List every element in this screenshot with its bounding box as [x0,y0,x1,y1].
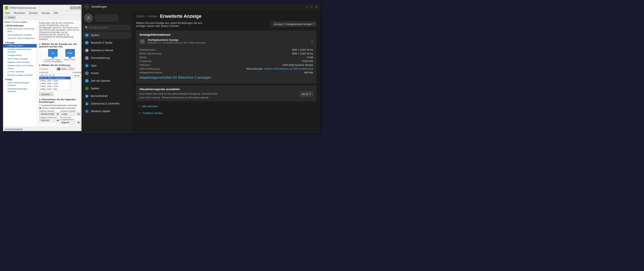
sidebar-item-bluetooth[interactable]: BT Bluetooth & Geräte [82,39,131,46]
info-chevron[interactable]: ∧ [311,40,313,43]
rate-card-title: Aktualisierungsrate auswählen [140,88,313,91]
personalization-icon: ✏ [85,56,89,60]
sidebar-item-apps[interactable]: ⊞ Apps [82,62,131,69]
nvidia-menubar: Datei Bearbeiten Desktop Anzeige Hilfe [3,11,82,15]
sidebar-item-privacy[interactable]: 🔒 Datenschutz & Sicherheit [82,100,131,107]
nav-label-accounts: Konten [91,72,99,75]
display-select-label: Wählen Sie eine Anzeige aus, deren Einst… [136,22,204,28]
res-item-1080-1600-900[interactable]: 1080p, 1600 × 900 [39,88,70,90]
sidebar-item-bildeinstellungen[interactable]: Bildeinstellungen mit Vorschau anpa... [3,27,37,33]
accessibility-icon: ♿ [85,94,89,98]
dynamischer-item: Dynamischer Ausgabebereich: Begrenzt [60,116,81,124]
sidebar-item-gaming[interactable]: 🎮 Spielen [82,85,131,92]
hdr-info-link[interactable]: Weitere Informationen zur HDR-Zertifizie… [264,68,313,70]
sidebar-item-videobild[interactable]: Videobildeinstellungen anpassen [3,87,37,93]
feedback-link[interactable]: ↗ Feedback senden [136,110,316,116]
display-info-row: Drahtgebundene Anzeige Bildschirm 2: mit… [140,39,313,45]
settings-sidebar: 🔍 ⊞ System BT Bluetooth & Geräte 📶 Netzw… [82,10,132,134]
monitor-lg[interactable]: LG Electronics Digita...(G-SYNC-Kompatib… [44,49,62,63]
res-item-1080-1440[interactable]: 1080p, 1440 × 900 [39,90,70,91]
sidebar-item-desktop-farbe[interactable]: Desktop-Farbeinstellungen anpassen [3,48,37,54]
content-header-text: Änderungen, die Sie hier vornehmen, werd… [39,22,79,40]
anschluss-value: HDMI HDMI – HDTV [56,67,75,71]
sidebar-item-mehrere[interactable]: Mehrere Anzeigen einrichten [3,73,37,77]
sidebar-item-drehen[interactable]: Anzeige drehen [3,54,37,57]
detail-value-helligkeit: 800 Nits [304,71,313,74]
nav-label-apps: Apps [91,64,96,67]
feedback-label: Feedback senden [142,112,162,115]
res-item-1080-1680[interactable]: 1080p, 1680 × 1050 [39,82,70,85]
desktop-farbtiefe-select[interactable]: Höchste (32 Bit) [39,112,60,116]
hdmi-icon: HDMI [57,68,60,70]
menu-desktop[interactable]: Desktop [28,12,38,14]
sidebar-item-aufloesung[interactable]: Auflösung ändern [3,44,37,47]
sidebar-item-video-farbe[interactable]: Video-Farbeinstellungen anpassen [3,81,37,87]
ausgabe-farbtiefe-select[interactable]: 12 bpc [60,112,81,116]
menu-anzeige[interactable]: Anzeige [40,12,51,14]
sidebar-item-accessibility[interactable]: ♿ Barrierefreiheit [82,92,131,100]
display-dropdown[interactable]: Anzeige 2: Drahtgebundene Anzeige ▾ [272,22,316,27]
settings-close-button[interactable]: ✕ [314,5,318,9]
nav-label-update: Windows Update [91,110,110,113]
color-standard-row: Standard-Farbeinstellungen verwenden [39,104,80,106]
menu-datei[interactable]: Datei [4,12,11,14]
breadcrumb-system[interactable]: System [136,15,144,18]
detail-value-farbraum: HDR (High Dynamic Range) [283,64,313,66]
res-item-4k[interactable]: 4K x 2k, 3840 × 2160 (nativ) [39,77,70,79]
systeminformationen-link[interactable]: Systeminformationen [5,128,23,130]
close-button[interactable]: ✕ [78,6,81,9]
sidebar-item-personalization[interactable]: ✏ Personalisierung [82,54,131,62]
sidebar-item-time[interactable]: ⏱ Zeit und Sprache [82,77,131,84]
back-button[interactable]: ← Zurück [4,16,16,19]
ausgabe-farbformat-select[interactable]: YCbCr422 [39,119,60,122]
sidebar-item-surround[interactable]: Surround, PhysX konfigurieren [3,37,37,40]
sidebar-item-accounts[interactable]: 👤 Konten [82,70,131,77]
rate-info-link[interactable]: Weitere Informationen zur Aktualisierung… [162,96,208,99]
sidebar-item-system[interactable]: ⊞ System [82,32,131,39]
sidebar-item-3d-einstellungen[interactable]: 3D-Einstellungen verwalten [3,33,37,37]
minimize-button[interactable]: ─ [70,6,73,9]
nav-label-personalization: Personalisierung [91,57,110,60]
user-avatar[interactable] [84,14,93,23]
settings-minimize-button[interactable]: ─ [305,5,309,9]
menu-hilfe[interactable]: Hilfe [53,12,59,14]
adapter-link[interactable]: Adaptereigenschaften für Bildschirm 2 an… [140,76,211,79]
user-section [82,12,132,25]
res-item-1080-1600-1024[interactable]: 1080p, 1600 × 1024 [39,85,70,88]
display-dropdown-text: Anzeige 2: Drahtgebundene Anzeige [274,23,312,25]
settings-back-button[interactable]: ← [84,4,90,10]
monitor-benq[interactable]: BenQ XL2420T [64,49,76,63]
sidebar-item-hdcp[interactable]: HDCP-Status anzeigen [3,57,37,61]
info-card: Anzeigeinformationen Drahtgebundene Anze… [136,31,316,83]
nav-label-time: Zeit und Sprache [91,79,110,82]
breadcrumb-anzeige[interactable]: Anzeige [148,15,157,18]
dynamischer-select[interactable]: Begrenzt [60,121,81,124]
settings-maximize-button[interactable]: □ [309,5,314,9]
customize-button[interactable]: Anpassen... [39,92,54,96]
menu-bearbeiten[interactable]: Bearbeiten [13,12,26,14]
sidebar-item-desktop-groesse[interactable]: Desktop-Größe und -Position anpass... [3,64,37,70]
user-name-box [95,15,118,21]
sidebar-item-audio[interactable]: Digitales Audio einrichten [3,61,37,64]
help-link[interactable]: ? Hilfe anfordern [136,103,316,109]
sidebar-item-update[interactable]: ⟳ Windows Update [82,108,131,115]
sidebar-item-network[interactable]: 📶 Netzwerk & Internet [82,47,131,54]
detail-label-signalmodus: Aktiver Signalmodus [140,52,162,55]
color-nvidia-radio[interactable] [39,107,41,109]
color-standard-radio[interactable] [39,104,41,106]
maximize-button[interactable]: □ [74,6,77,9]
bottom-links: ? Hilfe anfordern ↗ Feedback senden [136,103,316,116]
rate-dropdown[interactable]: 60 Hz ▾ [300,92,313,97]
rate-select[interactable]: 60 Hz [72,74,82,77]
display-icon [140,39,145,45]
search-input[interactable] [89,26,128,29]
search-box[interactable]: 🔍 [83,25,130,30]
res-item-1080-1920[interactable]: 1080p, 1920 × 1080 [39,79,70,82]
breadcrumb-sep1: > [145,15,147,18]
detail-label-desktopmodus: Desktopmodus [140,49,156,51]
detail-signalmodus: Aktiver Signalmodus 3840 × 2160, 60 Hz [140,52,313,56]
sidebar-item-gsync[interactable]: G-SYNC einrichten [3,70,37,73]
resolution-list[interactable]: Ultra-HD, HD, SD 4K x 2k, 3840 × 2160 (n… [39,74,71,91]
monitor-benq-base [68,58,72,58]
aufloesung-label: Auflösung: [39,71,71,73]
